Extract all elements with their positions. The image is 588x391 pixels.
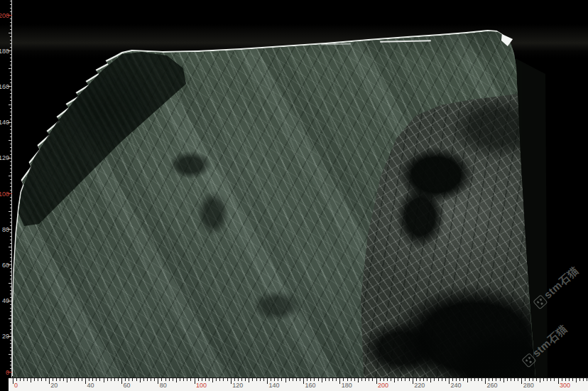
ruler-label: 200 — [0, 12, 9, 19]
ruler-tick — [372, 378, 373, 381]
ruler-tick — [10, 65, 13, 65]
ruler-tick — [223, 378, 224, 381]
ruler-tick — [314, 378, 315, 381]
ruler-tick — [180, 378, 180, 381]
ruler-tick — [369, 378, 369, 381]
ruler-tick — [212, 378, 213, 382]
ruler-tick — [10, 347, 13, 348]
ruler-tick — [536, 378, 537, 381]
ruler-tick — [92, 378, 93, 381]
ruler-tick — [579, 378, 580, 381]
ruler-tick — [10, 18, 13, 19]
ruler-tick — [420, 378, 420, 381]
ruler-tick — [343, 378, 344, 381]
ruler-tick — [471, 378, 472, 381]
ruler-tick — [10, 126, 13, 127]
ruler-tick — [249, 378, 249, 382]
ruler-tick — [354, 378, 355, 381]
ruler-tick — [143, 378, 144, 381]
ruler-label: 160 — [305, 382, 316, 389]
ruler-tick — [165, 378, 166, 381]
ruler-tick — [10, 43, 13, 44]
slab-measurement-viewport: 020406080100120140160180200 020406080100… — [0, 0, 588, 391]
ruler-tick — [256, 378, 257, 381]
ruler-tick — [405, 378, 405, 381]
ruler-tick — [169, 378, 170, 381]
ruler-tick — [452, 378, 453, 381]
ruler-tick — [118, 378, 119, 381]
ruler-tick — [10, 290, 13, 291]
ruler-tick — [129, 378, 129, 381]
ruler-tick — [10, 197, 13, 198]
ruler-tick — [10, 168, 13, 169]
ruler-tick — [147, 378, 148, 381]
ruler-tick — [190, 378, 191, 381]
ruler-tick — [10, 82, 13, 83]
ruler-tick — [10, 358, 13, 358]
ruler-tick — [587, 378, 587, 381]
ruler-tick — [492, 378, 493, 381]
ruler-tick — [565, 378, 566, 381]
ruler-tick — [38, 378, 38, 381]
ruler-tick — [195, 378, 195, 384]
ruler-tick — [121, 378, 122, 384]
vertical-ruler-line — [11, 0, 12, 377]
ruler-tick — [10, 250, 13, 251]
ruler-tick — [351, 378, 352, 381]
ruler-tick — [445, 378, 446, 381]
ruler-tick — [183, 378, 184, 381]
ruler-tick — [67, 378, 67, 382]
ruler-tick — [10, 93, 13, 94]
ruler-tick — [10, 243, 13, 244]
ruler-tick — [49, 378, 50, 384]
ruler-tick — [10, 97, 13, 97]
ruler-tick — [271, 378, 271, 381]
ruler-tick — [9, 105, 12, 105]
ruler-tick — [430, 378, 431, 382]
ruler-tick — [416, 378, 417, 381]
ruler-label: 60 — [124, 382, 131, 389]
ruler-tick — [41, 378, 42, 381]
ruler-tick — [325, 378, 326, 381]
ruler-tick — [10, 222, 13, 223]
ruler-tick — [318, 378, 319, 381]
ruler-tick — [529, 378, 530, 381]
ruler-tick — [45, 378, 46, 381]
ruler-tick — [10, 115, 13, 116]
ruler-tick — [485, 378, 486, 384]
ruler-tick — [158, 378, 158, 384]
ruler-tick — [70, 378, 71, 381]
ruler-tick — [10, 340, 13, 341]
ruler-tick — [56, 378, 57, 381]
ruler-tick — [10, 218, 13, 219]
ruler-tick — [459, 378, 460, 381]
ruler-tick — [10, 75, 13, 76]
ruler-tick — [10, 294, 13, 294]
ruler-label: 280 — [523, 382, 534, 389]
ruler-tick — [10, 275, 13, 276]
ruler-tick — [267, 378, 268, 384]
ruler-tick — [427, 378, 428, 381]
vertical-ruler: 020406080100120140160180200 — [0, 0, 12, 377]
ruler-tick — [383, 378, 384, 381]
ruler-tick — [10, 119, 13, 119]
ruler-label: 60 — [2, 262, 9, 269]
ruler-tick — [361, 378, 362, 381]
ruler-tick — [9, 318, 12, 319]
ruler-tick — [10, 225, 13, 226]
ruler-label: 140 — [268, 382, 279, 389]
ruler-tick — [75, 378, 75, 381]
ruler-tick — [500, 378, 501, 381]
ruler-tick — [231, 378, 232, 384]
ruler-tick — [10, 261, 13, 262]
ruler-label: 120 — [0, 154, 9, 161]
ruler-tick — [558, 378, 559, 384]
horizontal-ruler: 0204060801001201401601802002202402602803… — [9, 377, 588, 391]
ruler-label: 20 — [2, 333, 9, 340]
ruler-tick — [398, 378, 398, 381]
ruler-tick — [205, 378, 206, 381]
ruler-tick — [10, 133, 13, 134]
ruler-tick — [107, 378, 108, 381]
ruler-tick — [543, 378, 544, 381]
ruler-tick — [540, 378, 540, 382]
